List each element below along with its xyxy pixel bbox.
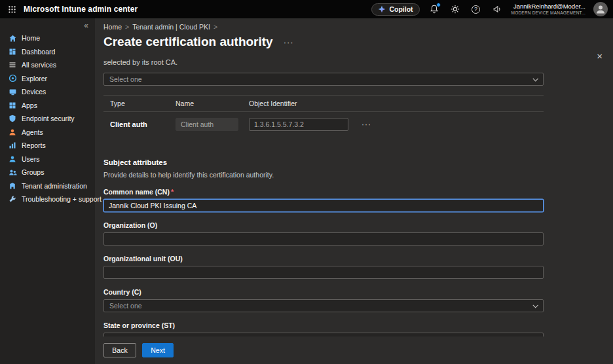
person-icon — [595, 4, 606, 14]
page-title: Create certification authority — [103, 35, 273, 49]
reports-icon — [8, 141, 17, 150]
copilot-label: Copilot — [389, 5, 413, 13]
sidebar-item-label: Users — [22, 155, 39, 163]
sidebar-item-devices[interactable]: Devices — [0, 85, 95, 99]
country-select[interactable]: Select one — [103, 299, 544, 312]
sidebar-collapse-button[interactable]: « — [0, 18, 95, 31]
eku-table-header: Type Name Object Identifier — [103, 95, 544, 112]
eku-oid-input[interactable] — [249, 118, 348, 131]
row-more-options-icon[interactable]: ··· — [362, 120, 371, 129]
chevron-down-icon — [532, 302, 538, 308]
eku-select-value: Select one — [109, 75, 142, 83]
sidebar-item-label: Home — [22, 34, 40, 42]
waffle-icon — [8, 5, 16, 14]
account-menu[interactable]: JannikReinhard@Moder... MODERN DEVICE MA… — [511, 3, 585, 15]
account-name: JannikReinhard@Moder... — [513, 3, 585, 10]
feedback-icon — [492, 5, 502, 14]
groups-icon — [8, 168, 17, 177]
breadcrumb-separator: > — [214, 23, 217, 31]
sidebar-item-label: Apps — [22, 101, 37, 109]
gear-icon — [451, 5, 460, 14]
sidebar-item-explorer[interactable]: Explorer — [0, 72, 95, 86]
sidebar-item-label: Tenant administration — [22, 182, 87, 190]
organization-input[interactable] — [103, 232, 544, 246]
all-services-icon — [8, 60, 17, 69]
eku-header-name: Name — [176, 100, 249, 107]
intro-text: selected by its root CA. — [103, 58, 544, 66]
notification-badge — [436, 3, 441, 7]
sidebar-item-label: Dashboard — [22, 48, 55, 56]
settings-button[interactable] — [449, 3, 462, 16]
sidebar: « Home Dashboard All services Explorer D… — [0, 18, 95, 364]
wizard-footer: Back Next — [95, 337, 613, 364]
subject-attributes-heading: Subject attributes — [103, 158, 544, 166]
sidebar-item-troubleshooting[interactable]: Troubleshooting + support — [0, 192, 95, 206]
sidebar-item-label: Endpoint security — [22, 115, 75, 122]
eku-name-input — [176, 118, 238, 131]
required-mark: * — [171, 188, 174, 196]
eku-table-row: Client auth ··· — [103, 112, 544, 139]
org-unit-label: Organizational unit (OU) — [103, 255, 544, 263]
sidebar-item-label: All services — [22, 61, 56, 69]
sidebar-item-label: Reports — [22, 141, 46, 149]
breadcrumb-tenant-admin-cloud-pki[interactable]: Tenant admin | Cloud PKI — [132, 23, 210, 31]
sidebar-item-label: Devices — [22, 88, 46, 96]
country-select-value: Select one — [109, 302, 142, 310]
account-tenant: MODERN DEVICE MANAGEMENT... — [511, 10, 585, 15]
avatar[interactable] — [593, 2, 608, 16]
sidebar-item-reports[interactable]: Reports — [0, 139, 95, 153]
back-button[interactable]: Back — [103, 343, 136, 357]
organization-label: Organization (O) — [103, 221, 544, 229]
title-row: Create certification authority ··· — [95, 31, 613, 49]
sidebar-item-all-services[interactable]: All services — [0, 58, 95, 72]
apps-icon — [8, 101, 17, 110]
sidebar-item-tenant-administration[interactable]: Tenant administration — [0, 179, 95, 193]
subject-attributes-description: Provide details to help identify this ce… — [103, 171, 544, 179]
breadcrumb-home[interactable]: Home — [103, 23, 122, 31]
topbar-actions: Copilot — [371, 2, 613, 16]
state-label: State or province (ST) — [103, 321, 544, 329]
chevron-down-icon — [532, 76, 538, 81]
eku-header-oid: Object Identifier — [249, 100, 297, 107]
copilot-button[interactable]: Copilot — [371, 3, 419, 16]
copilot-icon — [378, 5, 386, 13]
sidebar-item-dashboard[interactable]: Dashboard — [0, 45, 95, 59]
sidebar-item-label: Explorer — [22, 75, 47, 82]
sidebar-item-groups[interactable]: Groups — [0, 166, 95, 179]
endpoint-security-icon — [8, 114, 17, 123]
org-unit-input[interactable] — [103, 266, 544, 279]
feedback-button[interactable] — [491, 3, 504, 16]
sidebar-item-label: Groups — [22, 168, 44, 176]
close-icon[interactable]: × — [597, 51, 603, 61]
app-launcher-button[interactable] — [0, 0, 24, 18]
notifications-button[interactable] — [428, 3, 441, 16]
users-icon — [8, 155, 17, 164]
dashboard-icon — [8, 47, 17, 56]
app-title: Microsoft Intune admin center — [24, 5, 138, 14]
sidebar-item-apps[interactable]: Apps — [0, 99, 95, 113]
eku-select[interactable]: Select one — [103, 73, 544, 86]
sidebar-item-users[interactable]: Users — [0, 153, 95, 166]
devices-icon — [8, 87, 17, 96]
agents-icon — [8, 128, 17, 137]
main-panel: Home > Tenant admin | Cloud PKI > Create… — [95, 18, 613, 364]
intune-admin-center-window: Microsoft Intune admin center Copilot — [0, 0, 613, 364]
help-button[interactable]: ? — [470, 3, 483, 16]
home-icon — [8, 33, 17, 43]
breadcrumb-separator: > — [125, 23, 129, 31]
common-name-input[interactable] — [103, 199, 544, 212]
troubleshooting-icon — [8, 194, 17, 204]
top-bar: Microsoft Intune admin center Copilot — [0, 0, 613, 18]
sidebar-item-agents[interactable]: Agents — [0, 126, 95, 139]
explorer-icon — [8, 74, 17, 83]
common-name-label: Common name (CN)?* — [103, 188, 544, 196]
eku-row-type: Client auth — [103, 120, 176, 128]
eku-header-type: Type — [103, 100, 176, 107]
title-more-options-icon[interactable]: ··· — [284, 37, 294, 47]
sidebar-item-label: Troubleshooting + support — [22, 195, 102, 203]
country-label: Country (C) — [103, 288, 544, 296]
help-icon: ? — [472, 5, 480, 14]
next-button[interactable]: Next — [142, 343, 174, 357]
sidebar-item-endpoint-security[interactable]: Endpoint security — [0, 112, 95, 126]
sidebar-item-home[interactable]: Home — [0, 31, 95, 45]
